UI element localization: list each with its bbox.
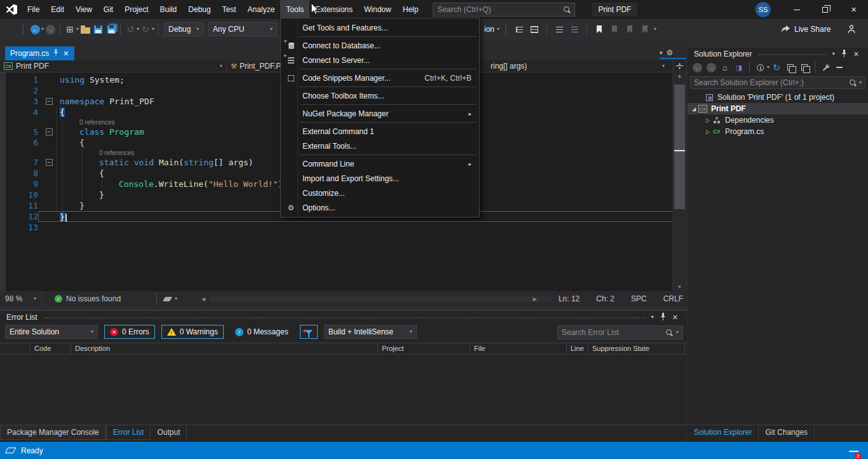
hscroll-left-arrow[interactable]: ◀: [199, 294, 208, 303]
panel-tab-git-changes[interactable]: Git Changes: [759, 425, 815, 439]
member-dropdown-arrow[interactable]: ▾: [662, 60, 665, 72]
tree-item-dependencies[interactable]: ▷Dependencies: [688, 114, 868, 126]
error-list-search-box[interactable]: Search Error List ▾: [557, 325, 683, 339]
undo-dropdown[interactable]: ▾: [137, 27, 139, 32]
redo-dropdown[interactable]: ▾: [152, 27, 154, 32]
menubar-item-test[interactable]: Test: [217, 0, 242, 19]
menubar-item-git[interactable]: Git: [98, 0, 119, 19]
panel-tab-error-list[interactable]: Error List: [106, 425, 151, 440]
pin-panel-icon[interactable]: [660, 313, 666, 322]
properties-wrench-icon[interactable]: [819, 62, 832, 73]
expander-expanded-icon[interactable]: ◢: [690, 106, 698, 112]
preview-selected-items-button[interactable]: [798, 62, 811, 73]
clear-bookmarks-button[interactable]: [639, 24, 651, 35]
member-dropdown-label[interactable]: ring[] args): [491, 60, 527, 72]
solution-platform-combo[interactable]: Any CPU▾: [208, 22, 277, 36]
panel-tab-package-manager-console[interactable]: Package Manager Console: [0, 425, 106, 440]
project-dropdown[interactable]: C# Print PDF ▾: [0, 60, 227, 72]
save-all-button[interactable]: [105, 24, 116, 35]
collapse-all-button[interactable]: [784, 62, 797, 73]
menu-item-connect-to-server[interactable]: Connect to Server...: [281, 53, 479, 67]
solution-configuration-combo[interactable]: Debug▾: [164, 22, 203, 36]
toolbar-grip[interactable]: [505, 24, 508, 35]
close-panel-icon[interactable]: ✕: [672, 313, 678, 322]
panel-tab-output[interactable]: Output: [151, 425, 187, 439]
undo-button[interactable]: ↺: [125, 24, 136, 35]
code-cleanup-dropdown[interactable]: ▾: [175, 296, 177, 301]
expander-collapsed-icon[interactable]: ▷: [704, 129, 712, 135]
decrease-indent-button[interactable]: [553, 24, 565, 35]
close-button[interactable]: ×: [839, 0, 868, 19]
menu-item-nuget-package-manager[interactable]: NuGet Package Manager▸: [281, 106, 479, 121]
restore-button[interactable]: [811, 0, 839, 19]
editor-vertical-scrollbar[interactable]: ▲▼ ▲ ▼: [674, 60, 686, 291]
editor-horizontal-scrollbar[interactable]: [210, 296, 552, 302]
account-avatar[interactable]: SS: [756, 2, 771, 17]
close-tab-icon[interactable]: ✕: [63, 50, 69, 58]
column-header-code[interactable]: Code: [31, 343, 71, 354]
scrollbar-thumb[interactable]: [674, 85, 685, 209]
pin-tab-icon[interactable]: [53, 49, 58, 58]
previous-bookmark-button[interactable]: [609, 24, 620, 35]
menubar-item-analyze[interactable]: Analyze: [242, 0, 281, 19]
source-filter-combo[interactable]: Build + IntelliSense▾: [324, 325, 417, 339]
menu-item-import-and-export-settings[interactable]: Import and Export Settings...: [281, 171, 479, 186]
panel-tab-solution-explorer[interactable]: Solution Explorer: [688, 425, 759, 439]
warnings-toggle-button[interactable]: ! 0 Warnings: [161, 325, 224, 339]
back-button[interactable]: →: [691, 62, 703, 73]
column-header-suppression-state[interactable]: Suppression State: [588, 343, 685, 354]
redo-button[interactable]: ↻: [140, 24, 151, 35]
tree-item-solution-print-pdf-1-of-1-project[interactable]: Solution 'Print PDF' (1 of 1 project): [688, 92, 868, 103]
navigate-back-dropdown[interactable]: ▾: [41, 27, 44, 32]
menubar-item-view[interactable]: View: [70, 0, 98, 19]
column-header-description[interactable]: Description: [71, 343, 378, 354]
menu-item-external-command-1[interactable]: External Command 1: [281, 124, 479, 139]
filter-button[interactable]: [300, 325, 318, 339]
menubar-item-debug[interactable]: Debug: [182, 0, 216, 19]
save-button[interactable]: [92, 24, 104, 35]
next-bookmark-button[interactable]: [624, 24, 635, 35]
menubar-item-build[interactable]: Build: [154, 0, 183, 19]
switch-views-button[interactable]: ◨: [733, 62, 745, 73]
expander-collapsed-icon[interactable]: ▷: [704, 118, 712, 123]
error-list-title-bar[interactable]: Error List ▾ ✕: [0, 311, 687, 322]
menu-item-external-tools[interactable]: External Tools...: [281, 139, 479, 153]
errors-toggle-button[interactable]: ✕ 0 Errors: [104, 325, 155, 339]
refresh-button[interactable]: ↻: [770, 62, 783, 73]
column-header-line[interactable]: Line: [567, 343, 588, 354]
home-button[interactable]: ⌂: [719, 62, 731, 73]
column-header-project[interactable]: Project: [378, 343, 470, 354]
scope-filter-combo[interactable]: Entire Solution▾: [5, 325, 98, 339]
show-all-files-button[interactable]: [833, 62, 846, 73]
window-position-dropdown[interactable]: ▾: [832, 51, 835, 57]
navigate-forward-button[interactable]: →: [44, 24, 56, 35]
new-project-button[interactable]: ⊞: [64, 24, 76, 35]
menu-item-customize[interactable]: Customize...: [281, 186, 479, 200]
window-position-dropdown[interactable]: ▾: [651, 315, 654, 320]
menu-item-choose-toolbox-items[interactable]: Choose Toolbox Items...: [281, 88, 479, 103]
menu-item-options[interactable]: ⚙Options...: [281, 200, 479, 215]
send-feedback-icon[interactable]: [846, 24, 857, 36]
collapse-region-icon[interactable]: −: [46, 159, 53, 166]
new-project-dropdown[interactable]: ▾: [76, 27, 79, 32]
zoom-level-combo[interactable]: 98 % ▾: [0, 291, 42, 306]
solution-explorer-title-bar[interactable]: Solution Explorer ▾ ✕: [688, 48, 868, 59]
toolbar-overflow-dropdown[interactable]: ▾: [654, 27, 656, 32]
minimize-button[interactable]: [782, 0, 811, 19]
increase-indent-button[interactable]: [569, 24, 580, 35]
tree-item-print-pdf[interactable]: ◢C#Print PDF: [688, 103, 868, 114]
menubar-item-file[interactable]: File: [22, 0, 45, 19]
editor-settings-gear-icon[interactable]: ⚙: [667, 48, 674, 57]
pending-changes-filter-button[interactable]: [754, 62, 766, 73]
new-item-button[interactable]: [513, 24, 525, 35]
live-share-group[interactable]: Live Share: [780, 19, 831, 39]
navigate-back-button[interactable]: ←: [29, 24, 41, 35]
messages-toggle-button[interactable]: i 0 Messages: [230, 325, 294, 339]
code-cleanup-icon[interactable]: [163, 297, 172, 301]
scroll-down-arrow[interactable]: ▼: [674, 282, 686, 291]
toolbar-grip[interactable]: [22, 24, 25, 35]
background-tasks-icon[interactable]: [5, 448, 16, 453]
code-line[interactable]: 13: [0, 222, 672, 233]
menubar-item-project[interactable]: Project: [119, 0, 154, 19]
forward-button[interactable]: →: [705, 62, 717, 73]
